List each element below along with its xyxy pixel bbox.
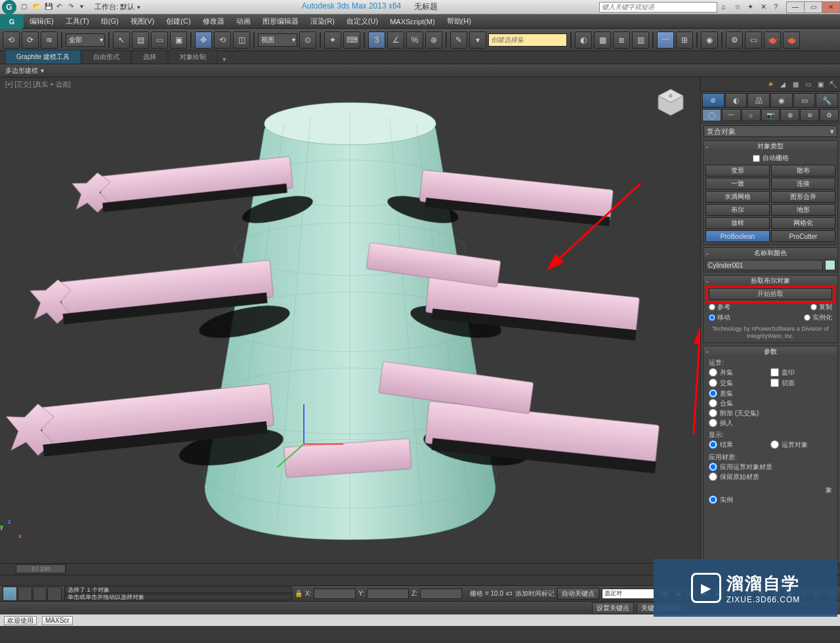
maximize-button[interactable]: ▭ (804, 1, 822, 13)
op-insert[interactable] (709, 419, 717, 427)
chk-imprint[interactable] (770, 368, 779, 377)
menu-help[interactable]: 帮助(H) (441, 14, 477, 28)
named-selection-input[interactable] (488, 33, 567, 47)
unlink-icon[interactable]: ⟳ (22, 31, 39, 49)
ribbon-tab-graphite[interactable]: Graphite 建模工具 (5, 50, 81, 64)
menu-group[interactable]: 组(G) (95, 14, 125, 28)
select-object-icon[interactable]: ↖ (113, 31, 130, 49)
ribbon-section-polymodel[interactable]: 多边形建模▾ (0, 64, 840, 77)
ribbon-tab-paint[interactable]: 对象绘制 (169, 50, 217, 64)
btn-procutter[interactable]: ProCutter (771, 230, 835, 242)
app-icon[interactable]: G (2, 0, 16, 14)
menu-create[interactable]: 创建(C) (160, 14, 196, 28)
btn-scatter[interactable]: 散布 (771, 165, 835, 176)
display-tab[interactable]: ▭ (793, 93, 816, 108)
minimize-button[interactable]: — (786, 1, 805, 13)
menu-customize[interactable]: 自定义(U) (341, 14, 384, 28)
workspace-label[interactable]: 工作台: 默认 (94, 2, 135, 12)
mat-retain[interactable] (709, 472, 717, 481)
favorites-icon[interactable]: ✦ (747, 3, 757, 12)
menu-grapheditors[interactable]: 图形编辑器 (257, 14, 304, 28)
coord-y-input[interactable] (367, 589, 409, 599)
application-menu-button[interactable]: G (0, 14, 24, 29)
systems-subtab[interactable]: ⚙ (820, 109, 839, 121)
radio-copy[interactable] (810, 304, 817, 310)
create-tab[interactable]: ✲ (702, 93, 724, 108)
select-link-icon[interactable]: ⟲ (3, 31, 20, 49)
select-rotate-icon[interactable]: ⟲ (214, 31, 231, 49)
help-search-input[interactable] (599, 2, 717, 12)
object-name-input[interactable] (705, 260, 823, 270)
ref-coord-dd[interactable]: 视图 (258, 33, 297, 47)
btn-proboolean[interactable]: ProBoolean (705, 230, 770, 242)
radio-move[interactable] (709, 314, 715, 321)
hierarchy-tab[interactable]: 品 (747, 93, 770, 108)
welcome-tag[interactable]: 欢迎使用 (4, 616, 37, 625)
setkey-button[interactable]: 设置关键点 (592, 602, 634, 614)
undo-icon[interactable]: ↶ (56, 3, 66, 12)
window-crossing-icon[interactable]: ▣ (170, 31, 187, 49)
ribbon-tab-selection[interactable]: 选择 (132, 50, 167, 64)
op-subtract[interactable] (709, 389, 717, 398)
named-sel-dd-icon[interactable]: ▾ (469, 31, 486, 49)
modify-tab[interactable]: ◐ (725, 93, 747, 108)
motion-tab[interactable]: ◉ (770, 93, 793, 108)
color-swatch[interactable] (825, 260, 835, 270)
bind-spacewarp-icon[interactable]: ≋ (41, 31, 58, 49)
manipulate-icon[interactable]: ✦ (324, 31, 341, 49)
btn-blobmesh[interactable]: 水滴网格 (705, 191, 770, 203)
selection-filter-dd[interactable]: 全部 (66, 33, 105, 47)
btn-loft[interactable]: 放样 (705, 217, 770, 229)
op-intersect[interactable] (709, 379, 717, 387)
btn-morph[interactable]: 变形 (705, 165, 770, 176)
menu-tools[interactable]: 工具(T) (60, 14, 95, 28)
select-region-icon[interactable]: ▭ (151, 31, 168, 49)
layer-manager-icon[interactable]: ≣ (613, 31, 630, 49)
pivot-icon[interactable]: ⊙ (299, 31, 316, 49)
menu-animation[interactable]: 动画 (230, 14, 257, 28)
autogrid-checkbox[interactable] (753, 155, 760, 162)
dropdown-icon[interactable]: ▾ (80, 3, 89, 12)
viewport[interactable]: [+] [正交] [真实 + 边面] 前 (0, 77, 701, 563)
utilities-tab[interactable]: 🔧 (816, 93, 838, 108)
spacewarps-subtab[interactable]: ≋ (800, 109, 819, 121)
category-dropdown[interactable]: 复合对象▾ (704, 125, 837, 137)
render-setup-icon[interactable]: ⚙ (726, 31, 743, 49)
ribbon-tab-freeform[interactable]: 自由形式 (82, 50, 131, 64)
curve-editor-icon[interactable]: 〰 (657, 31, 674, 49)
time-slider-thumb[interactable]: 0 / 100 (16, 564, 66, 573)
redo-icon[interactable]: ↷ (68, 3, 77, 12)
menu-maxscript[interactable]: MAXScript(M) (384, 14, 440, 28)
chk-cookie[interactable] (770, 379, 779, 387)
select-move-icon[interactable]: ✥ (195, 31, 212, 49)
shapes-subtab[interactable]: 〰 (722, 109, 741, 121)
render-iterative-icon[interactable]: 🫖 (783, 31, 800, 49)
align-icon[interactable]: ▦ (594, 31, 611, 49)
helpers-subtab[interactable]: ⊕ (780, 109, 799, 121)
radio-instance[interactable] (804, 314, 810, 321)
rendered-frame-icon[interactable]: ▭ (745, 31, 762, 49)
geometry-subtab[interactable]: ◯ (702, 109, 721, 121)
ribbon-collapse-icon[interactable]: ▾ (222, 55, 226, 64)
keyboard-shortcut-icon[interactable]: ⌨ (343, 31, 360, 49)
light-icon[interactable]: ☀ (765, 79, 776, 90)
subobj-instance[interactable] (709, 495, 717, 504)
snap-toggle-icon[interactable]: 3 (368, 31, 385, 49)
time-tag-icon[interactable]: 🏷 (506, 590, 513, 597)
btn-conform[interactable]: 一致 (705, 178, 770, 190)
menu-rendering[interactable]: 渲染(R) (304, 14, 341, 28)
lock-icon[interactable]: 🔒 (295, 590, 303, 597)
btn-boolean[interactable]: 布尔 (705, 204, 770, 216)
frame-icon[interactable]: ▭ (803, 79, 813, 90)
menu-edit[interactable]: 编辑(E) (24, 14, 60, 28)
edit-named-sel-icon[interactable]: ✎ (450, 31, 467, 49)
percent-snap-icon[interactable]: % (406, 31, 423, 49)
btn-mesher[interactable]: 网格化 (771, 217, 835, 229)
schematic-view-icon[interactable]: ⊞ (676, 31, 693, 49)
lights-subtab[interactable]: ☼ (742, 109, 761, 121)
communication-icon[interactable]: ☆ (734, 3, 744, 12)
safe-icon[interactable]: ▣ (815, 79, 826, 90)
op-attach[interactable] (709, 409, 717, 417)
shade-icon[interactable]: ◢ (778, 79, 788, 90)
coord-x-input[interactable] (314, 589, 356, 599)
